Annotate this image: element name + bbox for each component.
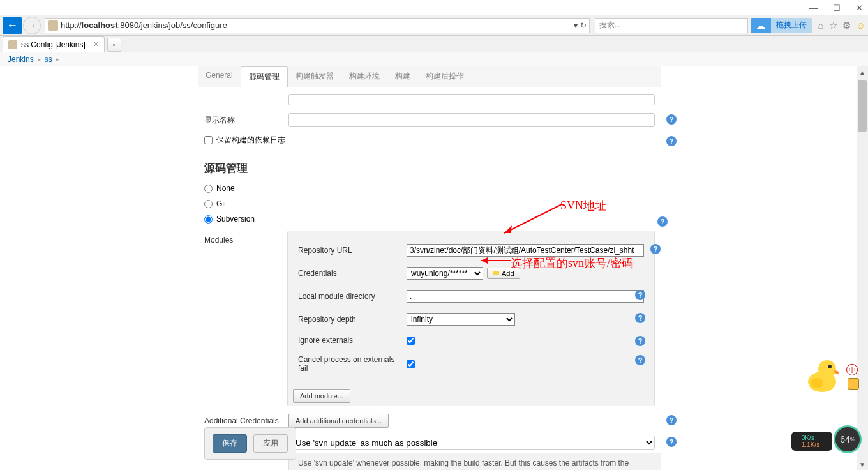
tab-env[interactable]: 构建环境: [341, 66, 387, 87]
label-credentials: Credentials: [298, 269, 407, 278]
save-button[interactable]: 保存: [213, 434, 247, 453]
cloud-icon[interactable]: ☁: [751, 18, 771, 33]
new-tab-button[interactable]: ▫: [107, 38, 121, 52]
repo-url-input[interactable]: [407, 244, 644, 257]
row-keep-deps: 保留构建的依赖日志 ?: [198, 131, 661, 149]
label-repo-url: Repository URL: [298, 246, 407, 255]
apply-button[interactable]: 应用: [253, 434, 288, 453]
breadcrumb-jenkins[interactable]: Jenkins: [8, 55, 34, 64]
ignore-ext-checkbox[interactable]: [407, 337, 415, 345]
breadcrumb-job[interactable]: ss: [45, 55, 52, 64]
label-ignore-ext: Ignore externals: [298, 336, 407, 345]
network-speed-widget[interactable]: ↑ 0K/s ↓ 1.1K/s: [791, 432, 832, 451]
radio-git[interactable]: Git: [198, 196, 661, 211]
svg-point-5: [818, 360, 836, 378]
help-icon[interactable]: ?: [666, 136, 677, 146]
tab-close-icon[interactable]: ✕: [93, 40, 99, 49]
credentials-select[interactable]: wuyunlong/******: [407, 267, 483, 280]
help-icon[interactable]: ?: [635, 336, 645, 346]
dropdown-icon[interactable]: ▾: [574, 21, 578, 30]
add-module-button[interactable]: Add module...: [293, 389, 350, 403]
breadcrumb: Jenkins ▸ ss ▸: [0, 52, 868, 66]
percent-widget[interactable]: 64%: [834, 425, 862, 453]
smiley-icon[interactable]: ☺: [856, 20, 865, 31]
help-icon[interactable]: ?: [666, 437, 677, 447]
label-local-dir: Local module directory: [298, 292, 407, 301]
keep-deps-checkbox[interactable]: [204, 136, 213, 144]
help-icon[interactable]: ?: [657, 216, 668, 227]
modules-box: Repository URL ? Credentials wuyunlong/*…: [287, 231, 655, 406]
add-addl-cred-button[interactable]: Add additional credentials...: [288, 414, 389, 428]
browser-navbar: ← → http://localhost:8080/jenkins/job/ss…: [0, 15, 868, 36]
depth-select[interactable]: infinity: [407, 313, 515, 326]
label-depth: Repository depth: [298, 315, 407, 324]
add-credentials-button[interactable]: Add: [487, 268, 520, 279]
tab-favicon: [8, 40, 17, 49]
nav-icons: ⌂ ☆ ⚙ ☺: [818, 20, 865, 31]
label-modules: Modules: [204, 236, 233, 245]
tab-trigger[interactable]: 构建触发器: [288, 66, 341, 87]
shirt-icon: [848, 378, 859, 390]
minimize-button[interactable]: —: [809, 3, 818, 13]
tab-title: ss Config [Jenkins]: [21, 40, 86, 49]
help-icon[interactable]: ?: [635, 290, 645, 300]
label-addl-cred: Additional Credentials: [204, 416, 288, 425]
prev-input[interactable]: [288, 94, 655, 105]
url-text: http://localhost:8080/jenkins/job/ss/con…: [61, 20, 571, 30]
save-bar: 保存 应用: [198, 427, 661, 460]
radio-none[interactable]: None: [198, 181, 661, 196]
browser-tabbar: ss Config [Jenkins] ✕ ▫: [0, 36, 868, 52]
tab-scm[interactable]: 源码管理: [241, 66, 288, 87]
svg-point-6: [828, 365, 832, 368]
gear-icon[interactable]: ⚙: [842, 20, 851, 31]
radio-svn-input[interactable]: [204, 215, 213, 224]
scroll-thumb[interactable]: [858, 80, 867, 132]
section-header-scm: 源码管理: [198, 152, 661, 181]
key-icon: [493, 271, 499, 275]
url-controls: ▾ ↻: [574, 21, 587, 30]
browser-tab[interactable]: ss Config [Jenkins] ✕: [3, 36, 105, 52]
label-keep-deps: 保留构建的依赖日志: [216, 135, 285, 146]
content-area: General 源码管理 构建触发器 构建环境 构建 构建后操作 显示名称 ?: [0, 66, 868, 470]
help-icon[interactable]: ?: [635, 355, 645, 365]
window-titlebar: — ☐ ✕: [0, 0, 868, 15]
tab-general[interactable]: General: [198, 66, 241, 87]
badge-icon: 中: [846, 364, 858, 375]
back-button[interactable]: ←: [3, 17, 22, 34]
close-button[interactable]: ✕: [856, 3, 863, 13]
radio-none-input[interactable]: [204, 185, 213, 193]
label-display-name: 显示名称: [204, 115, 288, 126]
cancel-ext-checkbox[interactable]: [407, 360, 415, 368]
help-icon[interactable]: ?: [635, 313, 645, 323]
site-icon: [48, 20, 58, 31]
row-display-name: 显示名称 ?: [198, 109, 661, 131]
maximize-button[interactable]: ☐: [833, 3, 841, 13]
radio-git-input[interactable]: [204, 200, 213, 208]
favorite-icon[interactable]: ☆: [829, 20, 837, 31]
scroll-up-icon[interactable]: ▲: [857, 66, 868, 78]
local-dir-input[interactable]: [407, 290, 644, 303]
forward-button[interactable]: →: [23, 17, 41, 34]
upload-button[interactable]: 拖拽上传: [771, 18, 812, 33]
label-cancel-ext: Cancel process on externals fail: [298, 355, 407, 373]
vertical-scrollbar[interactable]: ▲ ▼: [857, 66, 868, 470]
tab-build[interactable]: 构建: [387, 66, 418, 87]
chevron-right-icon: ▸: [56, 56, 59, 63]
help-icon[interactable]: ?: [666, 114, 677, 125]
tab-post[interactable]: 构建后操作: [418, 66, 472, 87]
config-panel: General 源码管理 构建触发器 构建环境 构建 构建后操作 显示名称 ?: [198, 66, 661, 470]
help-icon[interactable]: ?: [666, 415, 677, 425]
svg-point-7: [811, 378, 823, 388]
display-name-input[interactable]: [288, 113, 655, 127]
scroll-down-icon[interactable]: ▼: [857, 459, 868, 470]
chevron-right-icon: ▸: [38, 56, 41, 63]
url-bar[interactable]: http://localhost:8080/jenkins/job/ss/con…: [45, 18, 590, 33]
duck-mascot-icon: [802, 352, 842, 393]
refresh-icon[interactable]: ↻: [580, 21, 587, 30]
home-icon[interactable]: ⌂: [818, 20, 824, 31]
radio-svn[interactable]: Subversion ?: [198, 211, 661, 227]
help-icon[interactable]: ?: [650, 244, 661, 254]
search-input[interactable]: 搜索...: [595, 18, 748, 33]
config-tabs: General 源码管理 构建触发器 构建环境 构建 构建后操作: [198, 66, 661, 87]
row-prev-field: [198, 90, 661, 109]
